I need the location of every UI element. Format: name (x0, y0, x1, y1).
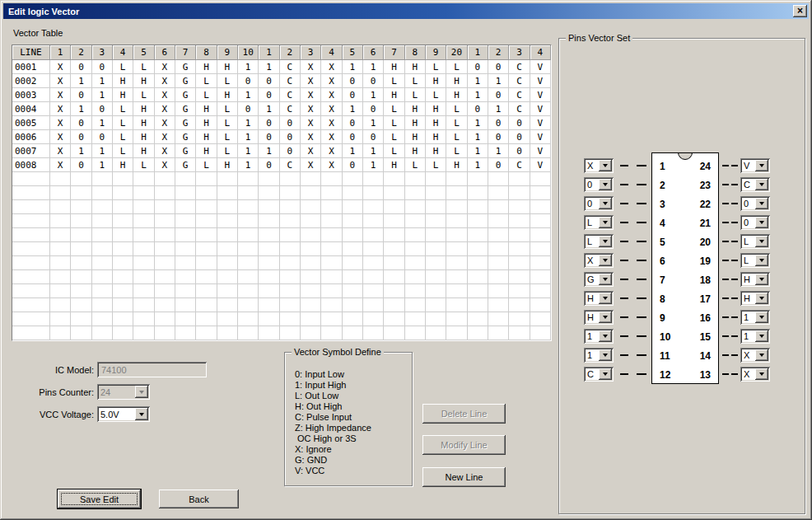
pin-17-value-combo[interactable]: H (740, 291, 770, 306)
vector-value-cell[interactable]: V (530, 130, 551, 144)
close-button[interactable]: × (793, 5, 807, 17)
vector-value-cell[interactable]: 0 (92, 102, 113, 116)
vector-value-cell[interactable]: 0 (259, 158, 279, 172)
vector-value-cell[interactable]: V (530, 88, 551, 102)
chevron-down-icon[interactable] (755, 179, 768, 190)
vector-value-cell[interactable]: L (426, 158, 446, 172)
vector-value-cell[interactable]: 0 (259, 130, 279, 144)
vector-value-cell[interactable]: X (155, 74, 175, 88)
vector-value-cell[interactable]: 0 (343, 158, 363, 172)
new-line-button[interactable]: New Line (422, 467, 506, 487)
vector-value-cell[interactable]: H (446, 88, 467, 102)
vector-value-cell[interactable]: 1 (92, 74, 113, 88)
vector-value-cell[interactable]: X (50, 88, 71, 102)
vector-value-cell[interactable]: H (133, 74, 154, 88)
vector-value-cell[interactable]: L (405, 158, 426, 172)
vector-value-cell[interactable]: X (155, 158, 175, 172)
table-row[interactable]: 0006X00LHXGHL100XX00LHHL100V (12, 130, 551, 144)
vector-value-cell[interactable]: L (217, 74, 238, 88)
vector-value-cell[interactable]: 0 (509, 116, 530, 130)
pin-20-value-combo[interactable]: L (740, 234, 770, 249)
chevron-down-icon[interactable] (599, 349, 612, 361)
vector-value-cell[interactable]: H (405, 60, 426, 74)
pin-19-value-combo[interactable]: L (740, 253, 770, 268)
vector-value-cell[interactable]: 1 (92, 144, 113, 158)
vector-value-cell[interactable]: 1 (468, 88, 488, 102)
vector-value-cell[interactable]: X (50, 60, 71, 74)
vector-value-cell[interactable]: 0 (238, 74, 259, 88)
vector-value-cell[interactable]: 1 (238, 60, 259, 74)
pin-23-value-combo[interactable]: C (740, 177, 770, 192)
chevron-down-icon[interactable] (755, 160, 768, 171)
chevron-down-icon[interactable] (135, 408, 148, 420)
pin-1-value-combo[interactable]: X (584, 158, 614, 173)
vector-value-cell[interactable]: 0 (280, 116, 301, 130)
vector-value-cell[interactable]: H (446, 74, 467, 88)
vector-value-cell[interactable]: 0 (343, 74, 363, 88)
vector-value-cell[interactable]: H (133, 116, 154, 130)
vector-value-cell[interactable]: C (280, 102, 301, 116)
vector-value-cell[interactable]: G (175, 102, 196, 116)
vector-table-grid[interactable]: LINE123456789101234567892012340001X00LLX… (12, 45, 552, 341)
vector-value-cell[interactable]: 1 (363, 144, 384, 158)
vector-value-cell[interactable]: 0 (509, 144, 530, 158)
vector-value-cell[interactable]: 0 (488, 88, 509, 102)
chevron-down-icon[interactable] (599, 293, 612, 304)
chevron-down-icon[interactable] (755, 198, 768, 209)
vector-value-cell[interactable]: 0 (488, 116, 509, 130)
vector-value-cell[interactable]: L (113, 60, 133, 74)
vector-value-cell[interactable]: H (113, 158, 133, 172)
vector-value-cell[interactable]: H (405, 116, 426, 130)
pin-3-value-combo[interactable]: 0 (584, 196, 614, 211)
pin-24-value-combo[interactable]: V (740, 158, 770, 173)
table-row[interactable]: 0001X00LLXGHH11CXX11HHLL00CV (12, 60, 551, 74)
vector-value-cell[interactable]: 0 (71, 88, 91, 102)
vector-value-cell[interactable]: 1 (468, 144, 488, 158)
vector-value-cell[interactable]: L (426, 60, 446, 74)
vector-value-cell[interactable]: 1 (468, 158, 488, 172)
vector-value-cell[interactable]: L (384, 116, 404, 130)
vector-value-cell[interactable]: 0 (71, 60, 91, 74)
vector-value-cell[interactable]: H (217, 88, 238, 102)
vector-value-cell[interactable]: L (446, 102, 467, 116)
vector-value-cell[interactable]: X (301, 144, 321, 158)
vector-value-cell[interactable]: H (405, 130, 426, 144)
vector-value-cell[interactable]: H (196, 130, 217, 144)
vector-value-cell[interactable]: 1 (92, 88, 113, 102)
vector-value-cell[interactable]: X (301, 130, 321, 144)
vector-value-cell[interactable]: H (426, 74, 446, 88)
vector-value-cell[interactable]: H (426, 144, 446, 158)
vector-value-cell[interactable]: 1 (343, 60, 363, 74)
chevron-down-icon[interactable] (755, 349, 768, 361)
vector-value-cell[interactable]: X (301, 60, 321, 74)
vector-value-cell[interactable]: X (50, 74, 71, 88)
vector-value-cell[interactable]: 0 (71, 116, 91, 130)
vector-value-cell[interactable]: 1 (468, 130, 488, 144)
vector-value-cell[interactable]: X (50, 116, 71, 130)
vector-value-cell[interactable]: H (384, 88, 404, 102)
vector-value-cell[interactable]: X (155, 116, 175, 130)
pin-13-value-combo[interactable]: X (740, 367, 770, 382)
vector-value-cell[interactable]: 1 (71, 74, 91, 88)
vector-value-cell[interactable]: 0 (468, 102, 488, 116)
vector-value-cell[interactable]: 0 (259, 88, 279, 102)
vector-value-cell[interactable]: H (113, 74, 133, 88)
vector-value-cell[interactable]: 0 (363, 130, 384, 144)
vector-value-cell[interactable]: L (113, 102, 133, 116)
vector-value-cell[interactable]: 1 (488, 144, 509, 158)
vector-value-cell[interactable]: 0 (488, 130, 509, 144)
vector-value-cell[interactable]: X (50, 102, 71, 116)
vector-value-cell[interactable]: 0 (71, 130, 91, 144)
vector-value-cell[interactable]: G (175, 74, 196, 88)
vector-value-cell[interactable]: G (175, 116, 196, 130)
vector-value-cell[interactable]: L (133, 158, 154, 172)
vector-value-cell[interactable]: X (321, 102, 342, 116)
pin-22-value-combo[interactable]: 0 (740, 196, 770, 211)
vector-value-cell[interactable]: C (509, 88, 530, 102)
vector-value-cell[interactable]: V (530, 144, 551, 158)
chevron-down-icon[interactable] (599, 217, 612, 228)
vector-value-cell[interactable]: X (321, 158, 342, 172)
chevron-down-icon[interactable] (599, 179, 612, 190)
pin-2-value-combo[interactable]: 0 (584, 177, 614, 192)
vector-value-cell[interactable]: X (301, 74, 321, 88)
